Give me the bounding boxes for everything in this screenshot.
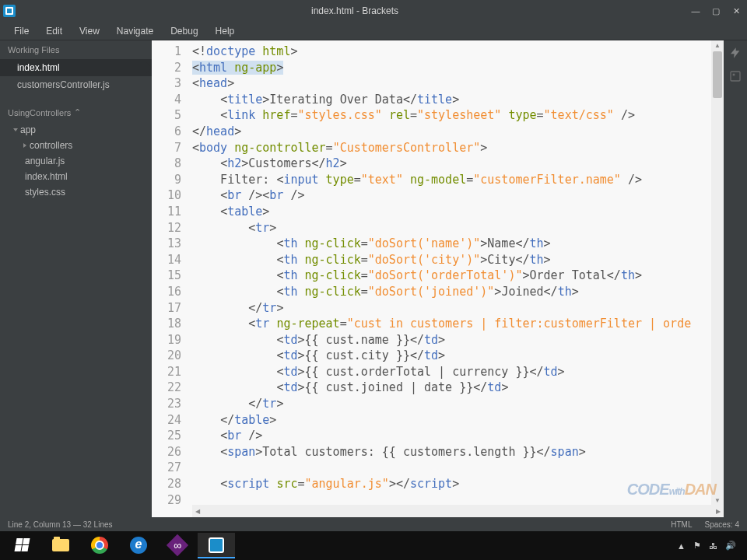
- scroll-right-icon[interactable]: ▶: [713, 508, 724, 515]
- cursor-position: Line 2, Column 13 — 32 Lines: [8, 520, 113, 529]
- chevron-down-icon: ⌃: [74, 107, 81, 117]
- twisty-icon: [13, 128, 18, 131]
- tree-file-index[interactable]: index.html: [8, 169, 152, 184]
- project-dropdown[interactable]: UsingControllers ⌃: [0, 103, 152, 122]
- tray-flag-icon[interactable]: ▲: [677, 541, 686, 551]
- menu-file[interactable]: File: [6, 24, 37, 38]
- windows-logo-icon: [14, 538, 30, 551]
- live-preview-icon[interactable]: [729, 47, 742, 59]
- window-title: index.html - Brackets: [22, 5, 688, 16]
- taskbar-chrome[interactable]: [81, 533, 118, 558]
- taskbar-explorer[interactable]: [42, 533, 79, 558]
- taskbar-ie[interactable]: [120, 533, 157, 558]
- tree-folder-controllers[interactable]: controllers: [8, 138, 152, 153]
- system-tray[interactable]: ▲ ⚑ 🖧 🔊: [677, 541, 744, 551]
- scrollbar-thumb[interactable]: [713, 51, 722, 98]
- maximize-button[interactable]: ▢: [708, 5, 724, 17]
- tree-file-angular[interactable]: angular.js: [8, 153, 152, 169]
- tray-volume-icon[interactable]: 🔊: [725, 541, 736, 551]
- svg-rect-1: [733, 74, 735, 76]
- extensions-icon[interactable]: [729, 70, 742, 82]
- working-file-controller[interactable]: customersController.js: [0, 76, 152, 93]
- titlebar: index.html - Brackets — ▢ ✕: [0, 0, 747, 22]
- scroll-left-icon[interactable]: ◀: [192, 508, 203, 515]
- tray-action-icon[interactable]: ⚑: [693, 541, 701, 551]
- folder-label: app: [20, 124, 36, 135]
- twisty-icon: [23, 143, 26, 148]
- visualstudio-icon: [167, 534, 188, 555]
- line-gutter: 1234567891011121314151617181920212223242…: [152, 40, 192, 517]
- working-files-header: Working Files: [0, 40, 152, 59]
- watermark: CODEwithDAN: [627, 481, 716, 499]
- brackets-icon: [209, 537, 224, 553]
- scroll-up-icon[interactable]: ▲: [714, 42, 721, 48]
- brackets-app-icon: [3, 5, 16, 17]
- menubar: File Edit View Navigate Debug Help: [0, 22, 747, 40]
- tree-folder-app[interactable]: app: [8, 122, 152, 138]
- horizontal-scrollbar[interactable]: ◀ ▶: [192, 505, 724, 517]
- language-mode[interactable]: HTML: [671, 520, 692, 529]
- vertical-scrollbar[interactable]: ▲ ▼: [711, 40, 724, 505]
- project-label: UsingControllers: [8, 108, 71, 117]
- menu-edit[interactable]: Edit: [38, 24, 70, 38]
- taskbar: ▲ ⚑ 🖧 🔊: [0, 531, 747, 560]
- menu-view[interactable]: View: [72, 24, 107, 38]
- svg-rect-0: [731, 72, 740, 81]
- code-area[interactable]: <!doctype html><html ng-app><head> <titl…: [192, 40, 747, 517]
- menu-help[interactable]: Help: [208, 24, 243, 38]
- taskbar-brackets[interactable]: [198, 533, 235, 558]
- tree-file-styles[interactable]: styles.css: [8, 184, 152, 200]
- statusbar: Line 2, Column 13 — 32 Lines HTML Spaces…: [0, 517, 747, 531]
- taskbar-vs[interactable]: [159, 533, 196, 558]
- editor[interactable]: 1234567891011121314151617181920212223242…: [152, 40, 747, 517]
- right-toolbar: [724, 40, 747, 517]
- folder-label: controllers: [30, 140, 72, 151]
- ie-icon: [130, 537, 147, 554]
- chrome-icon: [91, 537, 108, 554]
- start-button[interactable]: [3, 533, 40, 558]
- tray-network-icon[interactable]: 🖧: [709, 541, 717, 551]
- close-button[interactable]: ✕: [728, 5, 744, 17]
- indent-mode[interactable]: Spaces: 4: [705, 520, 739, 529]
- minimize-button[interactable]: —: [688, 5, 703, 17]
- folder-icon: [52, 539, 69, 551]
- menu-debug[interactable]: Debug: [163, 24, 205, 38]
- menu-navigate[interactable]: Navigate: [109, 24, 161, 38]
- sidebar: Working Files index.html customersContro…: [0, 40, 152, 517]
- working-file-index[interactable]: index.html: [0, 59, 152, 76]
